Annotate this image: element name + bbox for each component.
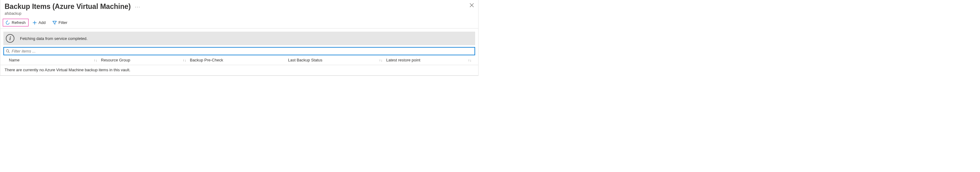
add-label: Add [39, 20, 46, 25]
close-icon [469, 3, 474, 7]
column-last-status[interactable]: Last Backup Status ↑↓ [288, 58, 386, 62]
info-message: Fetching data from service completed. [20, 36, 88, 41]
filter-input[interactable] [12, 48, 473, 54]
funnel-icon [52, 21, 57, 25]
blade-header: Backup Items (Azure Virtual Machine) ···… [0, 0, 478, 17]
refresh-icon [6, 21, 10, 25]
close-button[interactable] [469, 3, 474, 7]
sort-icon: ↑↓ [379, 58, 386, 62]
info-icon: i [6, 34, 14, 43]
title-row: Backup Items (Azure Virtual Machine) ··· [5, 2, 474, 11]
sort-icon: ↑↓ [468, 58, 475, 62]
column-precheck-label: Backup Pre-Check [190, 58, 223, 62]
svg-point-0 [6, 50, 9, 52]
column-rg-label: Resource Group [101, 58, 130, 62]
column-name[interactable]: Name ↑↓ [9, 58, 101, 62]
empty-state: There are currently no Azure Virtual Mac… [0, 65, 478, 76]
backup-items-blade: Backup Items (Azure Virtual Machine) ···… [0, 0, 479, 76]
column-resource-group[interactable]: Resource Group ↑↓ [101, 58, 190, 62]
info-bar: i Fetching data from service completed. [3, 32, 475, 45]
column-restore-point[interactable]: Latest restore point ↑↓ [386, 58, 475, 62]
sort-icon: ↑↓ [183, 58, 190, 62]
search-icon [6, 49, 10, 53]
table-header: Name ↑↓ Resource Group ↑↓ Backup Pre-Che… [0, 55, 478, 65]
refresh-label: Refresh [12, 20, 26, 25]
filter-button[interactable]: Filter [50, 19, 70, 26]
refresh-button[interactable]: Refresh [3, 19, 29, 26]
column-laststatus-label: Last Backup Status [288, 58, 322, 62]
more-button[interactable]: ··· [135, 4, 140, 9]
filter-label: Filter [59, 20, 67, 25]
command-bar: Refresh Add Filter [0, 17, 478, 29]
column-pre-check[interactable]: Backup Pre-Check [190, 58, 288, 62]
add-button[interactable]: Add [30, 19, 48, 26]
plus-icon [32, 21, 37, 25]
filter-box[interactable] [3, 47, 475, 55]
sort-icon: ↑↓ [94, 58, 101, 62]
column-name-label: Name [9, 58, 20, 62]
page-title: Backup Items (Azure Virtual Machine) [5, 2, 130, 11]
column-restorepoint-label: Latest restore point [386, 58, 420, 62]
page-subtitle: afsbackup [5, 11, 474, 16]
